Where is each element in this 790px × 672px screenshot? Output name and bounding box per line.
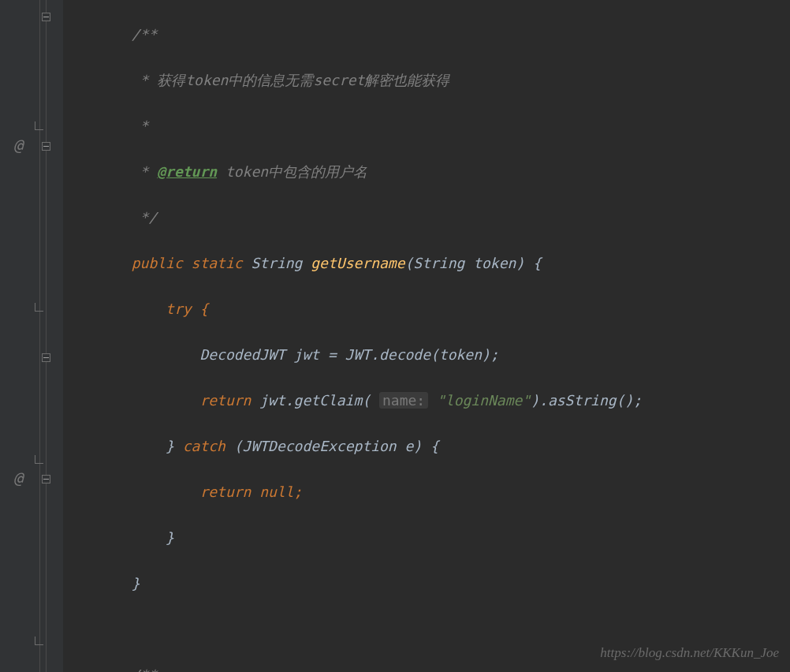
gutter-override-icon[interactable]: @	[13, 467, 23, 490]
kw-static: static	[192, 255, 252, 271]
catch-params: (JWTDecodeException e) {	[234, 438, 439, 454]
javadoc-open: /**	[132, 26, 158, 43]
watermark: https://blog.csdn.net/KKKun_Joe	[600, 641, 779, 664]
code-text: ).asString();	[531, 392, 642, 409]
javadoc-return-tag: @return	[157, 163, 217, 180]
code-text: jwt.getClaim(	[259, 392, 379, 409]
fold-end[interactable]	[35, 303, 43, 312]
method-params: (String token) {	[405, 255, 542, 271]
kw-public: public	[132, 255, 192, 271]
javadoc-text: token中包含的用户名	[217, 163, 367, 180]
gutter-override-icon[interactable]: @	[13, 134, 23, 157]
javadoc-line: *	[132, 163, 158, 180]
static-call: decode	[379, 346, 430, 363]
brace-close: }	[166, 529, 174, 546]
string-literal: "loginName"	[437, 392, 531, 409]
brace-close: }	[132, 575, 140, 592]
javadoc-line: * 获得token中的信息无需secret解密也能获得	[132, 72, 450, 88]
code-text: (token);	[430, 346, 499, 363]
fold-marker[interactable]	[42, 142, 50, 151]
kw-catch: catch	[183, 438, 234, 454]
javadoc-close: */	[132, 209, 158, 226]
method-name: getUsername	[311, 255, 404, 271]
gutter: @ @	[0, 0, 63, 672]
kw-return-null: return null;	[199, 483, 302, 500]
kw-return: return	[199, 392, 259, 409]
javadoc-line: *	[132, 118, 149, 134]
param-hint: name:	[379, 392, 428, 409]
brace: }	[166, 438, 183, 454]
fold-marker[interactable]	[42, 475, 50, 483]
fold-end[interactable]	[35, 637, 43, 645]
fold-end[interactable]	[35, 121, 43, 130]
return-type: String	[251, 255, 311, 271]
fold-marker[interactable]	[42, 353, 50, 362]
fold-marker[interactable]	[42, 13, 50, 21]
code-area[interactable]: /** * 获得token中的信息无需secret解密也能获得 * * @ret…	[63, 0, 790, 672]
kw-try: try {	[166, 301, 208, 317]
fold-end[interactable]	[35, 455, 43, 464]
code-text: DecodedJWT jwt = JWT.	[199, 346, 379, 363]
javadoc-open: /**	[132, 666, 158, 672]
